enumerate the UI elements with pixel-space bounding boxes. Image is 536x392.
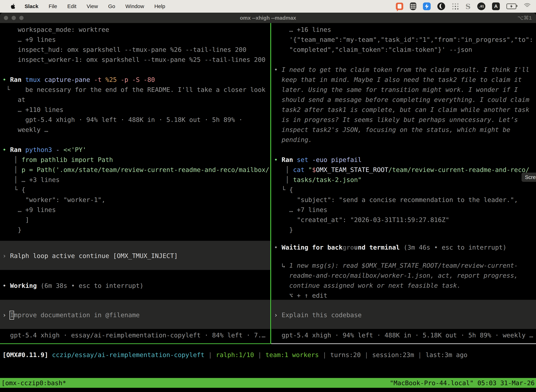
window-titlebar[interactable]: omx --xhigh --madmax ⌥⌘1: [0, 13, 536, 23]
left-pane-bottom-border: [0, 343, 270, 344]
shield-grid-icon[interactable]: [410, 2, 416, 10]
tooltip-text: Scre: [525, 174, 536, 180]
menu-bar: Slack File Edit View Go Window Help S ..…: [0, 0, 536, 13]
input-source-letter: A: [494, 4, 498, 9]
input-source-icon[interactable]: A: [492, 2, 500, 10]
terminal-window: workspace_mode: worktree … +9 lines insp…: [0, 0, 536, 392]
menu-item-window[interactable]: Window: [125, 3, 144, 9]
lightning-hexagon-icon[interactable]: [423, 2, 431, 10]
text-segment: |: [205, 351, 216, 359]
tmux-session-label: [omx-cczip0:bash*: [1, 379, 66, 387]
s-curve-icon[interactable]: S: [465, 2, 471, 10]
wifi-icon[interactable]: [523, 3, 531, 10]
text-segment: turns:20: [330, 351, 361, 359]
text-segment: session:23m: [372, 351, 414, 359]
text-segment: |: [414, 351, 426, 359]
menu-item-app[interactable]: Slack: [25, 3, 38, 9]
menu-item-go[interactable]: Go: [108, 3, 115, 9]
menu-item-edit[interactable]: Edit: [67, 3, 77, 9]
screenshot-tooltip: Scre: [522, 173, 536, 182]
text-segment: [OMX#0.11.9]: [2, 351, 52, 359]
menu-item-view[interactable]: View: [86, 3, 98, 9]
right-pane-bottom-border: [271, 343, 536, 344]
text-segment: team:1 workers: [266, 351, 319, 359]
apple-menu-icon[interactable]: [10, 3, 16, 10]
percent-badge-icon[interactable]: ..61: [477, 2, 485, 10]
terminal-content[interactable]: workspace_mode: worktree … +9 lines insp…: [0, 0, 536, 392]
text-segment: |: [254, 351, 266, 359]
pane-divider[interactable]: [270, 23, 271, 344]
menu-status-icons: S ..61 A: [396, 2, 536, 10]
percent-badge-text: ..61: [479, 5, 484, 8]
tmux-host-clock: "MacBook-Pro-44.local" 05:03 31-Mar-26: [390, 379, 535, 387]
text-segment: last:3m ago: [426, 351, 467, 359]
text-segment: |: [319, 351, 330, 359]
crescent-circle-icon[interactable]: [437, 2, 445, 10]
text-segment: ralph:1/10: [216, 351, 254, 359]
chat-bubble-icon[interactable]: [396, 3, 403, 10]
terminal-line: [OMX#0.11.9] cczip/essay/ai-reimplementa…: [0, 350, 536, 360]
text-segment: cczip/essay/ai-reimplementation-copyleft: [52, 351, 205, 359]
pane-footer[interactable]: [OMX#0.11.9] cczip/essay/ai-reimplementa…: [0, 0, 536, 392]
dot-grid-icon[interactable]: [452, 3, 459, 10]
battery-icon[interactable]: [507, 4, 516, 9]
tmux-status-bar: [omx-cczip0:bash* "MacBook-Pro-44.local"…: [0, 378, 536, 388]
window-title: omx --xhigh --madmax: [0, 15, 536, 21]
menu-item-help[interactable]: Help: [154, 3, 165, 9]
text-segment: |: [361, 351, 372, 359]
menu-item-file[interactable]: File: [48, 3, 57, 9]
